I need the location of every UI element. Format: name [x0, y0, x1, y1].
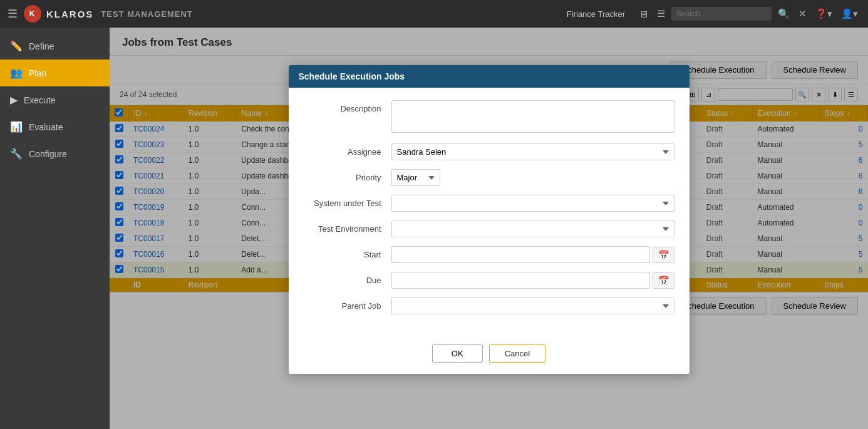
sidebar-item-label-define: Define [29, 41, 54, 51]
due-label: Due [304, 272, 391, 285]
plan-icon: 👥 [10, 67, 23, 79]
modal-header: Schedule Execution Jobs [289, 65, 690, 88]
description-label: Description [304, 100, 391, 113]
sidebar-item-evaluate[interactable]: 📊 Evaluate [0, 113, 110, 140]
logo-text: KLAROS [46, 9, 93, 19]
project-name: Finance Tracker [567, 9, 625, 19]
sidebar-item-label-configure: Configure [29, 149, 67, 159]
assignee-label: Assignee [304, 143, 391, 157]
sidebar-item-configure[interactable]: 🔧 Configure [0, 140, 110, 167]
sidebar-item-plan[interactable]: 👥 Plan [0, 59, 110, 86]
system-under-test-row: System under Test [304, 195, 674, 212]
sidebar-item-define[interactable]: ✏️ Define [0, 33, 110, 59]
due-calendar-btn[interactable]: 📅 [653, 272, 674, 289]
modal-body: Description Assignee Sandra Selen Other … [289, 88, 690, 336]
assignee-control: Sandra Selen Other User [391, 143, 674, 160]
due-input[interactable] [391, 272, 650, 289]
sidebar-item-label-execute: Execute [24, 95, 56, 105]
define-icon: ✏️ [10, 40, 23, 52]
topnav-icons: 🖥 ☰ 🔍 ✕ ❓▾ 👤▾ [636, 7, 860, 21]
description-control [391, 100, 674, 135]
sidebar-item-label-plan: Plan [29, 68, 46, 78]
assignee-select[interactable]: Sandra Selen Other User [391, 143, 674, 160]
description-row: Description [304, 100, 674, 135]
priority-select[interactable]: Major Minor Critical Low [391, 169, 440, 186]
menu-icon[interactable]: ☰ [8, 7, 18, 21]
start-calendar-btn[interactable]: 📅 [653, 247, 674, 263]
list-icon-btn[interactable]: ☰ [654, 7, 668, 21]
sidebar-item-execute[interactable]: ▶ Execute [0, 86, 110, 113]
sidebar-item-label-evaluate: Evaluate [29, 122, 63, 132]
top-navigation: ☰ K KLAROS TEST MANAGEMENT Finance Track… [0, 0, 868, 28]
test-environment-label: Test Environment [304, 220, 391, 234]
due-row: Due 📅 [304, 272, 674, 289]
test-environment-control [391, 220, 674, 237]
modal-title: Schedule Execution Jobs [299, 71, 405, 81]
start-input-group: 📅 [391, 246, 674, 263]
ok-button[interactable]: OK [432, 344, 483, 363]
cancel-button[interactable]: Cancel [489, 344, 545, 363]
test-environment-select[interactable] [391, 220, 674, 237]
priority-control: Major Minor Critical Low [391, 169, 674, 186]
due-control: 📅 [391, 272, 674, 289]
main-content: Jobs from Test Cases Schedule Execution … [110, 28, 868, 429]
parent-job-select[interactable] [391, 297, 674, 314]
modal-overlay: Schedule Execution Jobs Description Assi… [110, 28, 868, 429]
start-control: 📅 [391, 246, 674, 263]
parent-job-control [391, 297, 674, 314]
system-under-test-label: System under Test [304, 195, 391, 208]
app-subtitle: TEST MANAGEMENT [101, 9, 192, 19]
test-environment-row: Test Environment [304, 220, 674, 237]
due-input-group: 📅 [391, 272, 674, 289]
app-logo: K KLAROS TEST MANAGEMENT [24, 5, 193, 23]
user-icon-btn[interactable]: 👤▾ [839, 7, 860, 21]
logo-icon: K [24, 5, 41, 23]
execute-icon: ▶ [10, 94, 18, 106]
system-under-test-control [391, 195, 674, 212]
start-row: Start 📅 [304, 246, 674, 263]
search-icon-btn[interactable]: 🔍 [775, 7, 792, 21]
system-under-test-select[interactable] [391, 195, 674, 212]
priority-row: Priority Major Minor Critical Low [304, 169, 674, 186]
priority-label: Priority [304, 169, 391, 182]
description-textarea[interactable] [391, 100, 674, 133]
project-icon-btn[interactable]: 🖥 [636, 8, 651, 21]
sidebar: ✏️ Define 👥 Plan ▶ Execute 📊 Evaluate 🔧 … [0, 28, 110, 429]
evaluate-icon: 📊 [10, 121, 23, 133]
close-search-btn[interactable]: ✕ [796, 7, 809, 21]
help-icon-btn[interactable]: ❓▾ [813, 7, 835, 21]
configure-icon: 🔧 [10, 148, 23, 160]
main-layout: ✏️ Define 👥 Plan ▶ Execute 📊 Evaluate 🔧 … [0, 28, 868, 429]
assignee-row: Assignee Sandra Selen Other User [304, 143, 674, 160]
start-label: Start [304, 246, 391, 259]
parent-job-row: Parent Job [304, 297, 674, 314]
modal-footer: OK Cancel [289, 336, 690, 374]
search-input[interactable] [671, 7, 772, 21]
start-input[interactable] [391, 246, 650, 263]
parent-job-label: Parent Job [304, 297, 391, 311]
schedule-execution-modal: Schedule Execution Jobs Description Assi… [289, 65, 690, 374]
